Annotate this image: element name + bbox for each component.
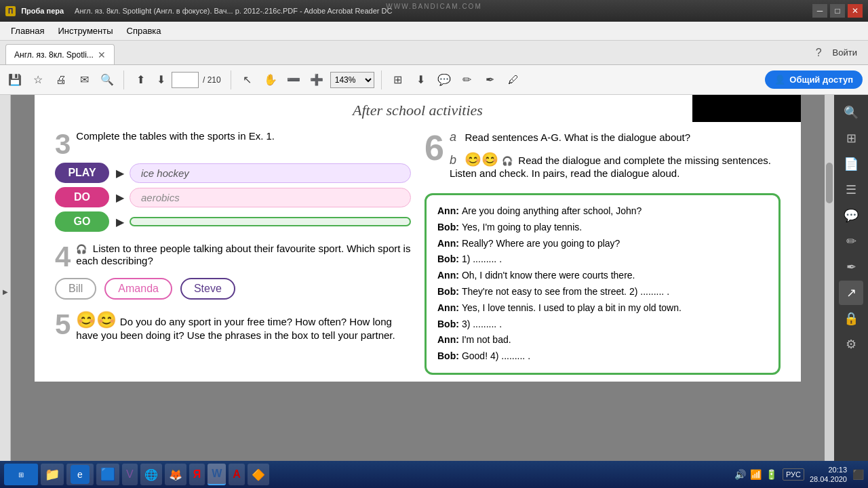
- ex6-b-text: Read the dialogue and complete the missi…: [450, 155, 771, 179]
- speaker-ann-0: Ann:: [437, 203, 459, 220]
- sign-icon[interactable]: 🖊: [504, 70, 523, 89]
- tray-network-icon[interactable]: 🔊: [734, 469, 746, 480]
- sidebar-protect-icon[interactable]: 🔒: [839, 306, 863, 331]
- show-desktop-icon[interactable]: ⬛: [852, 469, 864, 480]
- start-button[interactable]: ⊞: [4, 464, 38, 485]
- left-panel-toggle[interactable]: ▶: [0, 95, 11, 488]
- ex3-text: Complete the tables with the sports in E…: [76, 130, 275, 142]
- save-icon[interactable]: 💾: [5, 70, 24, 89]
- menu-home[interactable]: Главная: [5, 24, 50, 38]
- dialogue-line-0: Ann: Are you doing anything after school…: [437, 203, 768, 220]
- dialogue-text-6: Yes, I love tennis. I used to play a bit…: [462, 300, 682, 317]
- scroll-icon[interactable]: ⬇: [412, 70, 431, 89]
- sidebar-edit-icon[interactable]: ⚙: [839, 332, 863, 357]
- taskbar-chrome[interactable]: 🌐: [140, 464, 162, 485]
- sidebar-sign-icon[interactable]: ✒: [839, 255, 863, 279]
- dialogue-line-9: Bob: Good! 4) ......... .: [437, 348, 768, 365]
- page-total: / 210: [203, 75, 221, 85]
- taskbar-word[interactable]: W: [208, 464, 226, 485]
- dialogue-line-1: Bob: Yes, I'm going to play tennis.: [437, 220, 768, 236]
- share-button[interactable]: 👤 Общий доступ: [765, 70, 863, 89]
- highlight-icon[interactable]: ✏: [458, 70, 477, 89]
- login-button[interactable]: Войти: [833, 47, 857, 58]
- next-page-button[interactable]: ⬇: [151, 70, 170, 89]
- sidebar-zoom-icon[interactable]: 🔍: [839, 100, 863, 125]
- ex6-a: a Read sentences A-G. What is the dialog…: [450, 130, 781, 144]
- vertical-scrollbar[interactable]: [825, 95, 834, 488]
- play-arrow-icon: ▶: [116, 167, 124, 180]
- pdf-page: After school activities 3 Complete the t…: [35, 95, 801, 382]
- email-icon[interactable]: ✉: [75, 70, 94, 89]
- taskbar-viber[interactable]: V: [122, 464, 138, 485]
- dialogue-text-3: 1) ......... .: [462, 251, 502, 268]
- minimize-button[interactable]: ─: [812, 4, 827, 18]
- maximize-button[interactable]: □: [830, 4, 845, 18]
- do-arrow-icon: ▶: [116, 191, 124, 204]
- prev-page-button[interactable]: ⬆: [131, 70, 150, 89]
- tray-sound-icon[interactable]: 📶: [750, 469, 762, 480]
- help-button[interactable]: ?: [816, 47, 822, 59]
- dialogue-line-3: Bob: 1) ......... .: [437, 251, 768, 268]
- pdf-tab[interactable]: Англ. яз. 8кл. Spotli... ✕: [5, 44, 115, 64]
- fit-page-icon[interactable]: ⊞: [389, 70, 408, 89]
- menu-bar: Главная Инструменты Справка: [0, 22, 868, 41]
- taskbar-yandex[interactable]: Я: [189, 464, 205, 485]
- ie-icon: e: [71, 465, 90, 484]
- tab-bar: Англ. яз. 8кл. Spotli... ✕ ? Войти: [0, 41, 868, 65]
- sidebar-tools-icon[interactable]: ✏: [839, 229, 863, 253]
- speaker-ann-4: Ann:: [437, 268, 459, 284]
- zoom-in-icon[interactable]: ➕: [307, 70, 326, 89]
- search-icon[interactable]: 🔍: [98, 70, 117, 89]
- clock[interactable]: 20:13 28.04.2020: [810, 465, 847, 485]
- start-icon: ⊞: [18, 471, 24, 479]
- ex3-number: 3: [55, 130, 71, 159]
- tray-battery-icon[interactable]: 🔋: [766, 469, 777, 480]
- toolbar-right: 👤 Общий доступ: [765, 70, 863, 89]
- taskbar-acrobat[interactable]: A: [229, 464, 245, 485]
- sidebar-page-icon[interactable]: 📄: [839, 152, 863, 176]
- language-indicator[interactable]: РУС: [783, 468, 804, 481]
- left-arrow-icon: ▶: [3, 288, 8, 296]
- close-button[interactable]: ✕: [848, 4, 863, 18]
- taskbar-explorer[interactable]: 📁: [41, 464, 64, 485]
- firefox-icon: 🦊: [169, 468, 182, 481]
- share-label: Общий доступ: [789, 75, 853, 85]
- taskbar-app2[interactable]: 🟦: [96, 464, 119, 485]
- bookmark-icon[interactable]: ☆: [28, 70, 47, 89]
- comment-icon[interactable]: 💬: [435, 70, 454, 89]
- dialogue-text-0: Are you doing anything after school, Joh…: [462, 203, 642, 220]
- taskbar-ie[interactable]: e: [66, 464, 94, 485]
- exercise-4: 4 🎧 Listen to three people talking about…: [55, 243, 411, 300]
- go-row: GO ▶: [55, 211, 411, 232]
- speaker-ann-2: Ann:: [437, 236, 459, 252]
- sidebar-bookmark-icon[interactable]: ⊞: [839, 126, 863, 150]
- divider3: [381, 70, 382, 89]
- taskbar-vlc[interactable]: 🔶: [248, 464, 269, 485]
- sidebar-comment-icon[interactable]: 💬: [839, 203, 863, 228]
- exercise-5: 5 😊😊 Do you do any sport in your free ti…: [55, 310, 411, 342]
- menu-help[interactable]: Справка: [121, 24, 167, 38]
- sidebar-layers-icon[interactable]: ☰: [839, 178, 863, 202]
- taskbar-firefox[interactable]: 🦊: [165, 464, 186, 485]
- print-icon[interactable]: 🖨: [52, 70, 71, 89]
- select-tool-icon[interactable]: ↖: [238, 70, 257, 89]
- tab-close-button[interactable]: ✕: [98, 49, 106, 60]
- divider2: [231, 70, 231, 89]
- zoom-out-icon[interactable]: ➖: [284, 70, 303, 89]
- logo-letter: П: [8, 7, 13, 15]
- play-row: PLAY ▶ ice hockey: [55, 163, 411, 183]
- sidebar-export-icon[interactable]: ↗: [839, 281, 863, 305]
- speaker-bob-5: Bob:: [437, 284, 459, 300]
- dialogue-text-5: They're not easy to see from the street.…: [462, 284, 669, 300]
- draw-icon[interactable]: ✒: [481, 70, 500, 89]
- word-icon: W: [212, 468, 222, 480]
- hand-tool-icon[interactable]: ✋: [261, 70, 280, 89]
- page-number-input[interactable]: 125: [172, 72, 199, 88]
- menu-tools[interactable]: Инструменты: [52, 24, 118, 38]
- date-display: 28.04.2020: [810, 474, 847, 484]
- scroll-thumb[interactable]: [826, 163, 833, 203]
- page-content: After school activities 3 Complete the t…: [35, 95, 801, 382]
- ex6-a-text: Read sentences A-G. What is the dialogue…: [465, 131, 690, 143]
- dialogue-text-9: Good! 4) ......... .: [462, 348, 530, 365]
- zoom-select[interactable]: 143%: [330, 72, 374, 88]
